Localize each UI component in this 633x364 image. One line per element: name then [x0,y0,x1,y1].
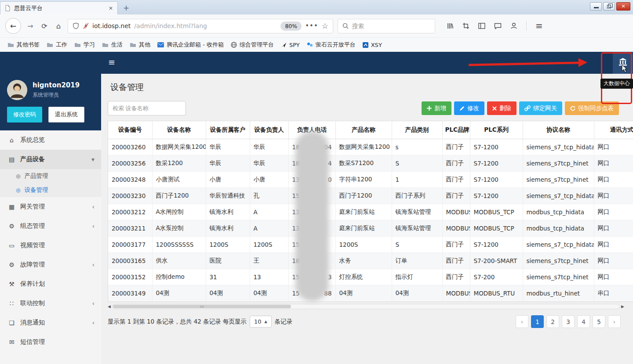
sidebar-item-message-notification[interactable]: ❏消息通知‹ [0,313,101,332]
bookmark-item[interactable]: 综合管理平台 [228,39,277,50]
scrollbar-thumb[interactable] [113,305,291,308]
browser-tab[interactable]: 思普云平台 ✕ [0,1,118,14]
bookmark-item[interactable]: 学习 [71,39,98,50]
bookmark-item[interactable]: 其他 [127,39,153,50]
home-button[interactable]: ⌂ [54,22,63,30]
phone-cell: 13 [288,204,335,220]
tab-close-icon[interactable]: ✕ [109,5,113,11]
scroll-right-icon[interactable]: ▶ [621,305,624,309]
menu-hamburger-icon[interactable]: ≡ [535,21,543,31]
bookmark-item[interactable]: 其他书签 [4,39,43,50]
table-row[interactable]: 200003165供水医院王18水务订单西门子S7-200-SMARTsieme… [108,253,633,269]
logout-button[interactable]: 退出系统 [48,107,84,123]
sidebar-item-fault-management[interactable]: ⚙故障管理‹ [0,255,101,274]
page-size-select[interactable]: 10 ▲ [250,316,272,328]
table-cell: 网口 [594,172,633,188]
minimize-button[interactable] [590,2,602,11]
restore-button[interactable] [603,2,615,11]
bookmark-item[interactable]: 工作 [44,39,70,50]
table-row[interactable]: 20000314904测04测04测158804测04测MODBUSMODBUS… [108,285,633,302]
sidebar-subitem-device-management[interactable]: ◎设备管理 [0,183,101,197]
url-bar[interactable]: iot.idosp.net /admin/index.html?lang 80%… [68,19,333,33]
table-cell: 200003248 [108,172,152,188]
sidebar-item-system-overview[interactable]: ⌂系统总览 [0,130,101,150]
new-tab-button[interactable]: + [120,3,133,13]
bookmark-item[interactable]: XSY [360,40,385,50]
table-cell: 庭来门前泵站 [335,220,392,237]
screenshot-crop-icon[interactable] [462,22,469,29]
table-cell: 串口 [594,285,633,302]
add-button[interactable]: 新增 [422,101,451,115]
sidebar-subitem-product-management[interactable]: ◎产品管理 [0,169,101,183]
sidebar-item-configuration-management[interactable]: ⚙组态管理‹ [0,216,101,236]
table-row[interactable]: 200003230西门子1200华辰智通科技孔15西门子1200西门子系列西门子… [108,188,633,204]
library-icon[interactable] [447,22,454,29]
table-cell: 华辰智通科技 [206,188,250,204]
table-cell: 04测 [335,285,392,302]
table-cell: 数采1200 [152,155,206,172]
action-buttons: 新增修改删除绑定网关强制同步点表 [422,101,619,115]
navigation-toolbar: ← → ⟳ ⌂ iot.idosp.net /admin/index.html?… [0,14,633,37]
table-cell: MODBUS [442,220,470,237]
next-page-button[interactable]: › [608,315,621,328]
bookmark-item[interactable]: 萤石云开放平台 [304,39,359,50]
edit-button[interactable]: 修改 [454,101,484,115]
sidebar-item-product-device[interactable]: ▤产品设备▾ [0,150,101,169]
big-data-center-button[interactable] [613,52,633,74]
sidebar-item-gateway-management[interactable]: ▦网关管理‹ [0,197,101,216]
avatar[interactable] [7,80,27,100]
bookmark-item[interactable]: 腾讯企业邮箱 - 收件箱 [154,39,227,50]
sidebar-item-maintenance-plan[interactable]: ⚒保养计划 [0,274,101,294]
table-cell: 网口 [594,188,633,204]
change-password-button[interactable]: 修改密码 [7,107,42,123]
page-button-2[interactable]: 2 [546,315,559,328]
table-row[interactable]: 200003212A水闸控制镇海水利A13庭来门前泵站镇海泵站管理MODBUSM… [108,204,633,220]
table-cell: 华辰 [250,139,288,155]
table-cell: A水闸控制 [152,204,206,220]
table-row[interactable]: 200003260数据网关采集1200华辰华辰1804数据网关采集1200s西门… [108,139,633,155]
shield-icon[interactable] [73,22,79,29]
sidebar-item-linkage-control[interactable]: ∷联动控制‹ [0,294,101,313]
scroll-left-icon[interactable]: ◀ [108,305,111,309]
table-row[interactable]: 200003152控制demo3113153灯控系统指示灯西门子S7-200si… [108,269,633,285]
page-button-1[interactable]: 1 [531,315,544,328]
page-button-3[interactable]: 3 [562,315,575,328]
account-icon[interactable] [510,22,517,29]
reload-button[interactable]: ⟳ [40,22,49,30]
table-row[interactable]: 200003211A水泵控制镇海水利A13庭来门前泵站镇海泵站管理MODBUSM… [108,220,633,237]
table-row[interactable]: 200003256数采1200华辰华辰184数采S71200S西门子S7-120… [108,155,633,172]
force-sync-button[interactable]: 强制同步点表 [565,101,619,115]
page-button-5[interactable]: 5 [593,315,605,328]
messages-bubble-icon[interactable] [494,23,502,29]
horizontal-scrollbar[interactable]: ◀ ▶ [108,303,624,310]
zoom-badge[interactable]: 80% [280,22,302,31]
back-button[interactable]: ← [5,18,21,34]
scrollbar-track[interactable] [112,304,620,309]
bind-gateway-button[interactable]: 绑定网关 [519,101,562,115]
sidebar-toggle-icon[interactable] [478,23,485,29]
forward-button[interactable]: → [25,22,35,30]
sidebar-item-sms-management[interactable]: ✉短信管理 [0,332,101,352]
blocked-plugin-icon[interactable] [83,22,89,29]
page-actions-icon[interactable]: ••• [305,22,318,30]
close-button[interactable]: ✕ [616,2,630,11]
prev-page-button[interactable]: ‹ [516,315,528,328]
delete-button[interactable]: 删除 [487,101,517,115]
table-row[interactable]: 2000031771200SSSSSS1200S1200S151200SS西门子… [108,237,633,253]
table-cell: 西门子1200 [335,188,392,204]
button-label: 删除 [499,105,511,112]
bookmark-star-icon[interactable]: ☆ [322,22,328,30]
maintain-icon: ⚒ [8,281,15,288]
device-search-input[interactable] [108,101,186,115]
table-cell: 西门子 [442,139,470,155]
bookmark-item[interactable]: 生活 [99,39,126,50]
submenu-label: 设备管理 [24,186,48,194]
sidebar-item-video-management[interactable]: ▭视频管理 [0,236,101,255]
sidebar-collapse-icon[interactable]: ≡ [108,57,115,67]
phone-cell: 18 [288,253,335,269]
page-button-4[interactable]: 4 [577,315,590,328]
browser-search-input[interactable] [352,23,430,29]
bookmark-item[interactable]: SPY [278,40,303,50]
table-row[interactable]: 200003248小唐测试小唐小唐130字符串12001西门子S7-1200si… [108,172,633,188]
browser-search-bar[interactable] [338,19,435,33]
